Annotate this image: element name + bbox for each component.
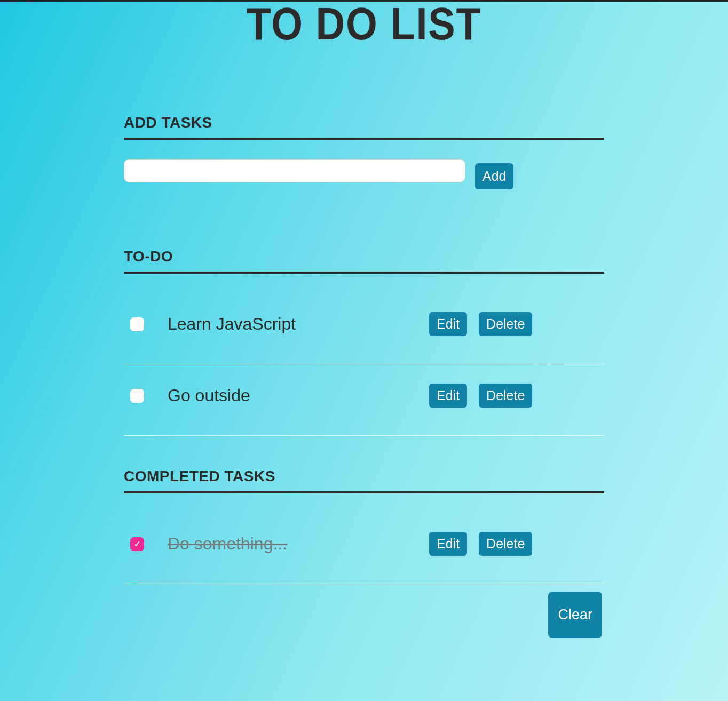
task-actions: Edit Delete [429,532,532,556]
add-tasks-heading: ADD TASKS [124,114,604,140]
task-actions: Edit Delete [429,312,532,336]
clear-button[interactable]: Clear [548,592,602,638]
delete-button[interactable]: Delete [479,532,532,556]
task-checkbox[interactable] [130,317,144,331]
add-task-row: Add [124,159,604,189]
task-label: Learn JavaScript [168,314,429,334]
completed-heading: COMPLETED TASKS [124,468,604,493]
completed-section: COMPLETED TASKS Do something... Edit Del… [124,468,604,584]
add-button[interactable]: Add [475,163,513,189]
delete-button[interactable]: Delete [479,384,532,408]
add-tasks-section: ADD TASKS Add [124,114,604,189]
task-row: Do something... Edit Delete [124,513,604,584]
delete-button[interactable]: Delete [479,312,532,336]
edit-button[interactable]: Edit [429,384,467,408]
task-row: Go outside Edit Delete [124,364,604,436]
todo-heading: TO-DO [124,248,604,274]
todo-section: TO-DO Learn JavaScript Edit Delete Go ou… [124,248,604,436]
task-label: Do something... [168,534,429,554]
task-input[interactable] [124,159,465,182]
task-actions: Edit Delete [429,384,532,408]
task-checkbox[interactable] [130,389,144,403]
clear-row: Clear [124,592,604,638]
task-checkbox[interactable] [130,537,144,551]
task-label: Go outside [168,386,429,405]
task-row: Learn JavaScript Edit Delete [124,293,604,364]
page-title: TO DO LIST [153,0,575,50]
edit-button[interactable]: Edit [429,532,467,556]
edit-button[interactable]: Edit [429,312,467,336]
